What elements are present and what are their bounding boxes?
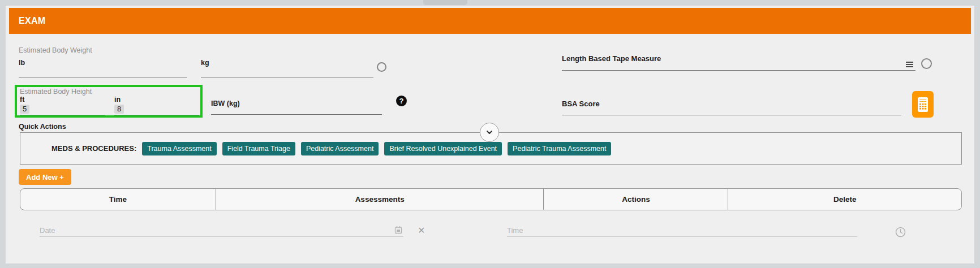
height-ft-label: ft xyxy=(20,96,24,103)
column-header-assessments: Assessments xyxy=(216,189,544,210)
clock-icon[interactable] xyxy=(895,227,906,240)
weight-lb-input[interactable] xyxy=(19,67,187,76)
entry-date-field xyxy=(40,224,403,237)
quick-action-pediatric-trauma-assessment[interactable]: Pediatric Trauma Assessment xyxy=(508,142,611,155)
height-ft-field[interactable]: 5 xyxy=(20,105,105,115)
height-in-value: 8 xyxy=(114,105,124,114)
estimated-body-weight-label: Estimated Body Weight xyxy=(19,46,92,54)
quick-action-brief-resolved-unexplained-event[interactable]: Brief Resolved Unexplained Event xyxy=(384,142,502,155)
help-icon[interactable]: ? xyxy=(396,96,407,106)
tape-measure-label: Length Based Tape Measure xyxy=(562,54,915,63)
bsa-score-input[interactable] xyxy=(562,108,901,114)
assessments-table-header: Time Assessments Actions Delete xyxy=(20,188,962,210)
clear-date-button[interactable]: ✕ xyxy=(418,226,425,235)
weight-kg-input[interactable] xyxy=(201,67,373,76)
weight-lb-field: lb xyxy=(19,59,187,77)
tape-measure-radio-button[interactable] xyxy=(921,58,932,69)
help-glyph: ? xyxy=(399,97,404,105)
tape-measure-field: Length Based Tape Measure xyxy=(562,54,915,71)
estimated-body-height-label: Estimated Body Height xyxy=(20,88,92,96)
height-ft-value: 5 xyxy=(20,105,29,114)
bsa-calculator-button[interactable] xyxy=(912,91,934,118)
column-header-time: Time xyxy=(20,189,216,210)
collapse-toggle-button[interactable] xyxy=(480,123,499,142)
weight-lb-label: lb xyxy=(19,59,187,67)
top-notch xyxy=(423,0,467,5)
height-in-field[interactable]: 8 xyxy=(114,105,199,115)
time-input[interactable] xyxy=(507,226,857,235)
bsa-score-label: BSA Score xyxy=(562,100,901,108)
weight-kg-label: kg xyxy=(201,59,373,67)
ibw-input[interactable] xyxy=(211,107,382,113)
calendar-icon[interactable] xyxy=(394,226,402,236)
quick-action-field-trauma-triage[interactable]: Field Trauma Triage xyxy=(222,142,295,155)
weight-kg-field: kg xyxy=(201,59,373,77)
tape-measure-input[interactable] xyxy=(562,63,915,69)
menu-icon[interactable] xyxy=(906,60,913,68)
bsa-score-field: BSA Score xyxy=(562,100,901,115)
weight-radio-button[interactable] xyxy=(377,62,386,72)
column-header-delete: Delete xyxy=(728,189,961,210)
ibw-field: IBW (kg) xyxy=(211,100,382,115)
ibw-label: IBW (kg) xyxy=(211,100,382,107)
meds-procedures-label: MEDS & PROCEDURES: xyxy=(51,144,136,153)
calculator-icon xyxy=(917,97,929,113)
column-header-actions: Actions xyxy=(544,189,728,210)
add-new-button[interactable]: Add New + xyxy=(19,169,71,185)
date-input[interactable] xyxy=(40,226,403,235)
chevron-down-icon xyxy=(486,130,493,135)
height-in-label: in xyxy=(114,96,121,103)
quick-actions-label: Quick Actions xyxy=(19,123,66,131)
entry-time-field xyxy=(507,224,857,237)
exam-section-header: EXAM xyxy=(9,8,971,34)
section-title: EXAM xyxy=(19,16,45,26)
quick-action-pediatric-assessment[interactable]: Pediatric Assessment xyxy=(301,142,379,155)
quick-action-trauma-assessment[interactable]: Trauma Assessment xyxy=(142,142,216,155)
exam-page: EXAM Estimated Body Weight lb kg Estimat… xyxy=(0,0,980,268)
